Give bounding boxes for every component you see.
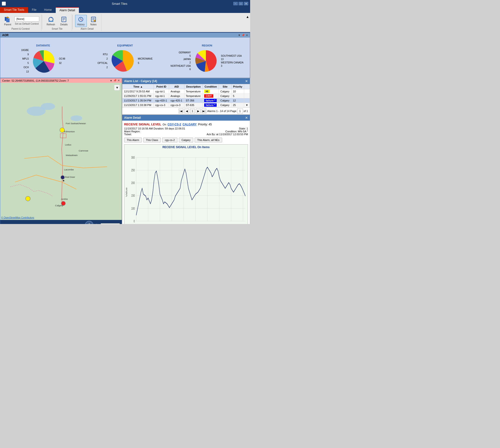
notes-button[interactable]: ! Notes xyxy=(88,15,99,27)
ribbon-content: Parent [None] Set as Default Context Par… xyxy=(0,13,250,32)
bottom-panels: Center: 52.2649573185691,-114.0933315587… xyxy=(0,78,250,224)
label-southwest: SOUTHWEST USA13 xyxy=(221,54,243,61)
last-page-btn[interactable]: ▶| xyxy=(202,109,206,113)
aor-dropdown-btn[interactable]: ▼ xyxy=(238,34,241,37)
context-none-button[interactable]: [None] xyxy=(14,16,39,22)
prev-page-btn[interactable]: ◀ xyxy=(184,109,189,113)
maximize-button[interactable]: □ xyxy=(239,2,243,5)
search-icon[interactable]: 🔍 xyxy=(95,224,99,224)
minimize-button[interactable]: − xyxy=(233,2,238,5)
aor-panel: AOR ▼ 📌 ✕ DATARATE 10GBE9 MPLS5 OCH13 xyxy=(0,32,250,78)
svg-point-30 xyxy=(61,176,65,179)
details-button[interactable]: Details xyxy=(58,15,70,27)
aor-controls: ▼ 📌 ✕ xyxy=(238,34,248,37)
map-dropdown-btn[interactable]: ▼ xyxy=(110,79,112,82)
cell-time: 11/13/2017 1:33:38 PM xyxy=(122,103,154,108)
alarm-detail-close-btn[interactable]: ✕ xyxy=(245,116,248,120)
svg-text:03/08: 03/08 xyxy=(194,224,197,224)
tab-alarm-detail[interactable]: Alarm Detail xyxy=(56,7,79,13)
alarm-meta-left: 11/10/2017 10:16:56 AM Duration: 59 days… xyxy=(124,127,185,130)
col-description[interactable]: Description xyxy=(184,84,203,89)
ribbon-tab-bar: Smart Tile Tools File Home Alarm Detail xyxy=(0,7,250,13)
map-close-btn[interactable]: ✕ xyxy=(118,79,120,82)
title-bar: Smart Tiles − □ ✕ xyxy=(0,0,250,7)
col-priority[interactable]: Priority xyxy=(231,84,244,89)
tab-smart-tile-tools[interactable]: Smart Tile Tools xyxy=(0,7,28,13)
cell-condition: CRIT xyxy=(203,94,219,98)
svg-text:150: 150 xyxy=(131,194,135,198)
cell-aid: cgy-420-1 xyxy=(169,98,184,103)
col-site[interactable]: Site xyxy=(219,84,231,89)
close-window-button[interactable]: ✕ xyxy=(244,2,248,5)
cell-point-id: cgy-cs-3 xyxy=(154,103,169,108)
table-row[interactable]: 11/29/2017 1:55:01 PM cgy-td-1 Analogs T… xyxy=(122,94,250,98)
tab-home[interactable]: Home xyxy=(40,7,56,13)
map-svg: Fort Saskatchewan Edmonton Leduc Camrose… xyxy=(0,83,122,220)
label-microwave: MICROWAVE5 xyxy=(138,57,153,65)
calgary-btn[interactable]: Calgary xyxy=(179,138,193,142)
label-och: OCH13 xyxy=(21,65,29,74)
alarm-meta-row1: 11/10/2017 10:16:56 AM Duration: 59 days… xyxy=(124,127,248,130)
map-pin-btn[interactable]: 📌 xyxy=(113,79,117,82)
alarm-pagination: |◀ ◀ 1 ▶ ▶| Alarms 1 - 14 of 14 Page of … xyxy=(122,108,250,114)
ticket-display: Ticket: xyxy=(124,133,132,136)
svg-text:▼: ▼ xyxy=(116,86,119,90)
col-time[interactable]: Time ▲ xyxy=(122,84,154,89)
cell-time: 12/1/2017 9:29:53 AM xyxy=(122,89,154,94)
datarate-left-labels: 10GBE9 MPLS5 OCH13 xyxy=(21,48,29,74)
alarm-detail-info: RECEIVE SIGNAL LEVEL On CGY-CS-2 CALGARY… xyxy=(124,123,248,136)
table-row[interactable]: 11/13/2017 1:33:38 PM cgy-cs-3 cgy-cs-3 … xyxy=(122,103,250,108)
alarm-detail-title: Alarm Detail xyxy=(124,116,141,119)
table-row[interactable]: 12/1/2017 9:29:53 AM cgy-td-1 Analogs Te… xyxy=(122,89,250,94)
svg-point-36 xyxy=(26,196,30,201)
ribbon-group-smart-tile: Refresh Details Smart Tile xyxy=(43,14,72,31)
col-condition[interactable]: Condition xyxy=(203,84,219,89)
svg-text:100: 100 xyxy=(131,206,135,210)
svg-point-20 xyxy=(41,103,55,110)
datarate-right-labels: OC4832 xyxy=(59,57,65,65)
first-page-btn[interactable]: |◀ xyxy=(179,109,183,113)
aor-pin-btn[interactable]: 📌 xyxy=(242,34,245,37)
svg-text:03/10: 03/10 xyxy=(217,224,221,224)
this-alarm-btn[interactable]: This Alarm xyxy=(124,138,142,142)
alarm-meta-row2: Maint Region: Condition: MN-SA * xyxy=(124,130,248,133)
alarm-site-link[interactable]: CALGARY xyxy=(182,123,197,126)
map-footer: 53° 18' 40.27" N 111° 25' 24.02" W 👁 🔍 xyxy=(0,220,122,224)
page-input[interactable] xyxy=(237,109,243,113)
tab-file[interactable]: File xyxy=(28,7,40,13)
svg-text:200: 200 xyxy=(131,181,135,185)
map-footer-controls: 👁 🔍 50 km xyxy=(80,221,120,224)
set-default-label[interactable]: Set as Default Context xyxy=(14,22,39,26)
history-button[interactable]: History xyxy=(75,15,87,27)
this-class-btn[interactable]: This Class xyxy=(143,138,161,142)
cell-time: 11/29/2017 1:55:01 PM xyxy=(122,94,154,98)
parent-button[interactable]: Parent xyxy=(2,15,13,27)
ribbon: Smart Tile Tools File Home Alarm Detail … xyxy=(0,7,250,32)
svg-rect-43 xyxy=(124,150,248,224)
this-alarm-all-nes-btn[interactable]: This Alarm, all NEs xyxy=(195,138,222,142)
alarm-point-link[interactable]: CGY-CS-2 xyxy=(168,123,181,126)
svg-text:03/04: 03/04 xyxy=(146,224,150,224)
chart-title: RECEIVE SIGNAL LEVEL On Items xyxy=(124,144,248,150)
datarate-chart-content: 10GBE9 MPLS5 OCH13 xyxy=(21,48,65,74)
svg-text:Camrose: Camrose xyxy=(79,149,89,152)
map-body[interactable]: Fort Saskatchewan Edmonton Leduc Camrose… xyxy=(0,83,122,220)
label-oc48: OC4832 xyxy=(59,57,65,65)
current-page[interactable]: 1 xyxy=(190,109,195,113)
aor-close-btn[interactable]: ✕ xyxy=(246,34,248,37)
ribbon-group-items: Parent [None] Set as Default Context xyxy=(2,15,39,27)
map-nav-control[interactable] xyxy=(85,221,93,224)
on-label: On xyxy=(163,123,166,126)
cgy-cs-2-btn[interactable]: cgy-cs-2 xyxy=(162,138,177,142)
col-point-id[interactable]: Point ID xyxy=(154,84,169,89)
map-coords: 53° 18' 40.27" N 111° 25' 24.02" W xyxy=(2,224,43,224)
alarm-name: RECEIVE SIGNAL LEVEL xyxy=(124,123,161,126)
col-aid[interactable]: AID xyxy=(169,84,184,89)
next-page-btn[interactable]: ▶ xyxy=(196,109,201,113)
map-attribution[interactable]: © OpenStreetMap Contributors xyxy=(1,216,34,219)
map-zoom-control[interactable]: ▼ xyxy=(114,85,120,91)
title-bar-left xyxy=(2,2,6,5)
table-row[interactable]: 11/23/2017 1:35:54 PM cgy-420-1 cgy-420-… xyxy=(122,98,250,103)
ribbon-collapse-btn[interactable]: ▲ xyxy=(245,14,250,20)
refresh-button[interactable]: Refresh xyxy=(45,15,57,27)
